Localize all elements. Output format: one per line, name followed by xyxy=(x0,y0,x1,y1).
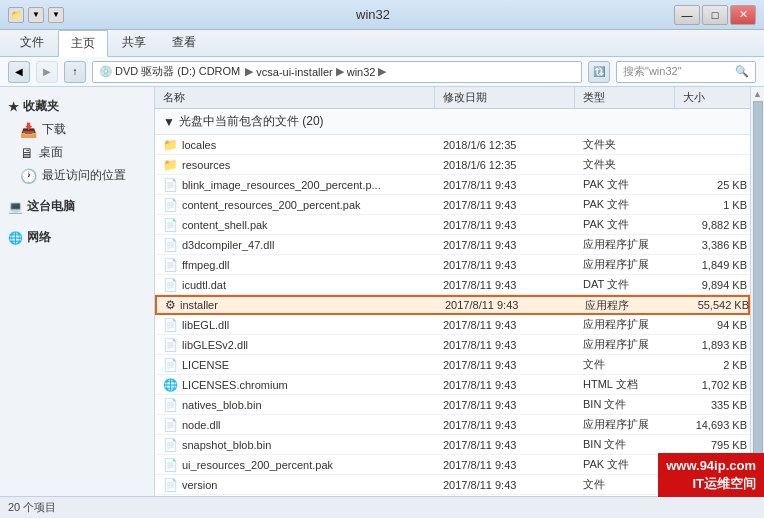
file-row[interactable]: 📄d3dcompiler_47.dll2017/8/11 9:43应用程序扩展3… xyxy=(155,235,750,255)
quick-access-icon: ▼ xyxy=(28,7,44,23)
file-name: libGLESv2.dll xyxy=(182,339,248,351)
file-type-cell: 文件夹 xyxy=(575,135,675,154)
minimize-button[interactable]: — xyxy=(674,5,700,25)
sep3: ▶ xyxy=(378,65,386,78)
file-type-cell: PAK 文件 xyxy=(575,215,675,234)
scroll-thumb[interactable] xyxy=(753,101,763,482)
file-icon: 📄 xyxy=(163,198,178,212)
file-type-cell: HTML 文档 xyxy=(575,375,675,394)
customize-icon: ▼ xyxy=(48,7,64,23)
file-date-cell: 2017/8/11 9:43 xyxy=(435,375,575,394)
file-list-header: 名称 修改日期 类型 大小 xyxy=(155,87,750,109)
file-size-cell: 55,542 KB xyxy=(677,297,750,313)
section-label: ▼ 光盘中当前包含的文件 (20) xyxy=(155,109,750,135)
address-path[interactable]: 💿 DVD 驱动器 (D:) CDROM ▶ vcsa-ui-installer… xyxy=(92,61,582,83)
main-area: ★ 收藏夹 📥 下载 🖥 桌面 🕐 最近访问的位置 💻 这台电脑 xyxy=(0,87,764,496)
file-type-cell: 应用程序扩展 xyxy=(575,415,675,434)
file-row[interactable]: 📄node.dll2017/8/11 9:43应用程序扩展14,693 KB xyxy=(155,415,750,435)
file-type-cell: 应用程序扩展 xyxy=(575,315,675,334)
close-button[interactable]: ✕ xyxy=(730,5,756,25)
file-date-cell: 2017/8/11 9:43 xyxy=(435,415,575,434)
file-row[interactable]: 📄LICENSE2017/8/11 9:43文件2 KB xyxy=(155,355,750,375)
file-icon: 📄 xyxy=(163,438,178,452)
file-icon: ⚙ xyxy=(165,298,176,312)
forward-button[interactable]: ▶ xyxy=(36,61,58,83)
file-list[interactable]: ▼ 光盘中当前包含的文件 (20) 📁locales2018/1/6 12:35… xyxy=(155,109,750,496)
file-row[interactable]: 📄libEGL.dll2017/8/11 9:43应用程序扩展94 KB xyxy=(155,315,750,335)
app-icon: 📁 xyxy=(8,7,24,23)
file-name-cell: 📄LICENSE xyxy=(155,355,435,374)
window-title: win32 xyxy=(72,7,674,22)
col-type[interactable]: 类型 xyxy=(575,87,675,108)
file-row[interactable]: 📄icudtl.dat2017/8/11 9:43DAT 文件9,894 KB xyxy=(155,275,750,295)
file-row[interactable]: 📄ffmpeg.dll2017/8/11 9:43应用程序扩展1,849 KB xyxy=(155,255,750,275)
file-row[interactable]: ⚙installer2017/8/11 9:43应用程序55,542 KB xyxy=(155,295,750,315)
address-bar: ◀ ▶ ↑ 💿 DVD 驱动器 (D:) CDROM ▶ vcsa-ui-ins… xyxy=(0,57,764,87)
file-date-cell: 2017/8/11 9:43 xyxy=(435,435,575,454)
file-name: d3dcompiler_47.dll xyxy=(182,239,274,251)
file-name: natives_blob.bin xyxy=(182,399,262,411)
file-row[interactable]: 📄blink_image_resources_200_percent.p...2… xyxy=(155,175,750,195)
file-row[interactable]: 🌐LICENSES.chromium2017/8/11 9:43HTML 文档1… xyxy=(155,375,750,395)
folder-icon-download: 📥 xyxy=(20,122,37,138)
file-icon: 📁 xyxy=(163,138,178,152)
file-size-cell xyxy=(675,155,750,174)
file-type-cell: BIN 文件 xyxy=(575,435,675,454)
file-icon: 🌐 xyxy=(163,378,178,392)
scroll-up[interactable]: ▲ xyxy=(753,89,762,99)
file-size-cell: 1,893 KB xyxy=(675,335,750,354)
file-row[interactable]: 📄natives_blob.bin2017/8/11 9:43BIN 文件335… xyxy=(155,395,750,415)
search-box[interactable]: 搜索"win32" 🔍 xyxy=(616,61,756,83)
refresh-button[interactable]: 🔃 xyxy=(588,61,610,83)
col-date[interactable]: 修改日期 xyxy=(435,87,575,108)
file-name: LICENSES.chromium xyxy=(182,379,288,391)
file-row[interactable]: 📄libGLESv2.dll2017/8/11 9:43应用程序扩展1,893 … xyxy=(155,335,750,355)
file-row[interactable]: 📄content_resources_200_percent.pak2017/8… xyxy=(155,195,750,215)
back-button[interactable]: ◀ xyxy=(8,61,30,83)
scrollbar[interactable]: ▲ ▼ xyxy=(750,87,764,496)
file-size-cell: 25 KB xyxy=(675,175,750,194)
file-row[interactable]: 📄content_shell.pak2017/8/11 9:43PAK 文件9,… xyxy=(155,215,750,235)
file-date-cell: 2017/8/11 9:43 xyxy=(435,275,575,294)
file-icon: 📄 xyxy=(163,418,178,432)
sidebar-item-desktop[interactable]: 🖥 桌面 xyxy=(0,141,154,164)
file-name: content_resources_200_percent.pak xyxy=(182,199,361,211)
network-header[interactable]: 🌐 网络 xyxy=(0,226,154,249)
folder-icon-desktop: 🖥 xyxy=(20,145,34,161)
file-type-cell: 文件夹 xyxy=(575,155,675,174)
file-name: content_shell.pak xyxy=(182,219,268,231)
file-row[interactable]: 📁resources2018/1/6 12:35文件夹 xyxy=(155,155,750,175)
sep1: ▶ xyxy=(245,65,253,78)
file-icon: 📄 xyxy=(163,178,178,192)
computer-icon: 💻 xyxy=(8,200,23,214)
file-date-cell: 2017/8/11 9:43 xyxy=(435,495,575,496)
sidebar-item-recent[interactable]: 🕐 最近访问的位置 xyxy=(0,164,154,187)
file-date-cell: 2017/8/11 9:43 xyxy=(435,215,575,234)
file-icon: 📄 xyxy=(163,218,178,232)
file-name-cell: 📁locales xyxy=(155,135,435,154)
file-type-cell: 应用程序扩展 xyxy=(575,335,675,354)
file-type-cell: 应用程序扩展 xyxy=(575,255,675,274)
folder-icon-recent: 🕐 xyxy=(20,168,37,184)
tab-view[interactable]: 查看 xyxy=(160,30,208,56)
tab-share[interactable]: 共享 xyxy=(110,30,158,56)
col-size[interactable]: 大小 xyxy=(675,87,750,108)
favorites-header[interactable]: ★ 收藏夹 xyxy=(0,95,154,118)
maximize-button[interactable]: □ xyxy=(702,5,728,25)
title-bar: 📁 ▼ ▼ win32 — □ ✕ xyxy=(0,0,764,30)
file-date-cell: 2017/8/11 9:43 xyxy=(435,255,575,274)
ribbon-tabs: 文件 主页 共享 查看 xyxy=(0,30,764,56)
up-button[interactable]: ↑ xyxy=(64,61,86,83)
tab-file[interactable]: 文件 xyxy=(8,30,56,56)
sidebar-item-download[interactable]: 📥 下载 xyxy=(0,118,154,141)
path-vcsa: vcsa-ui-installer xyxy=(256,66,332,78)
col-name[interactable]: 名称 xyxy=(155,87,435,108)
tab-home[interactable]: 主页 xyxy=(58,30,108,57)
computer-header[interactable]: 💻 这台电脑 xyxy=(0,195,154,218)
file-date-cell: 2017/8/11 9:43 xyxy=(435,455,575,474)
file-row[interactable]: 📁locales2018/1/6 12:35文件夹 xyxy=(155,135,750,155)
file-size-cell: 2 KB xyxy=(675,355,750,374)
status-text: 20 个项目 xyxy=(8,500,56,515)
file-size-cell: 9,882 KB xyxy=(675,215,750,234)
file-date-cell: 2018/1/6 12:35 xyxy=(435,155,575,174)
